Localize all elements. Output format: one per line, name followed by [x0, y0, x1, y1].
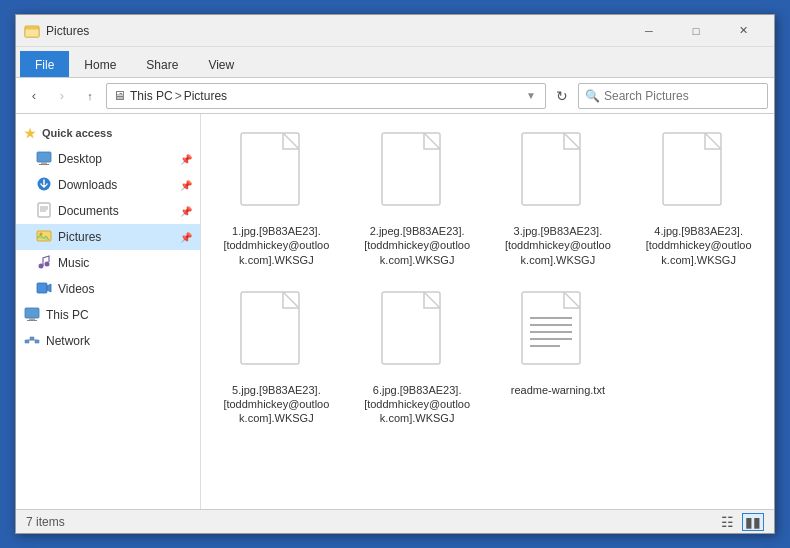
file-item[interactable]: 5.jpg.[9B83AE23].[toddmhickey@outlook.co… — [211, 283, 342, 432]
svg-rect-20 — [35, 340, 39, 343]
documents-icon — [36, 202, 52, 221]
file-icon — [236, 289, 316, 379]
videos-icon — [36, 280, 52, 299]
music-icon — [36, 254, 52, 273]
path-pictures[interactable]: Pictures — [184, 89, 227, 103]
view-controls: ☷ ▮▮ — [716, 513, 764, 531]
maximize-button[interactable]: □ — [673, 15, 719, 47]
close-button[interactable]: ✕ — [720, 15, 766, 47]
svg-rect-29 — [382, 292, 440, 364]
content-area: 1.jpg.[9B83AE23].[toddmhickey@outlook.co… — [201, 114, 774, 509]
file-name: 2.jpeg.[9B83AE23].[toddmhickey@outlook.c… — [362, 224, 472, 267]
address-path[interactable]: 🖥 This PC > Pictures ▼ — [106, 83, 546, 109]
tab-file[interactable]: File — [20, 51, 69, 77]
tab-view[interactable]: View — [193, 51, 249, 77]
computer-icon — [24, 306, 40, 325]
file-name: 4.jpg.[9B83AE23].[toddmhickey@outlook.co… — [644, 224, 754, 267]
file-name: 5.jpg.[9B83AE23].[toddmhickey@outlook.co… — [221, 383, 331, 426]
main-area: ★ Quick access Desktop 📌 Downloads 📌 — [16, 114, 774, 509]
pin-icon-3: 📌 — [180, 206, 192, 217]
svg-rect-4 — [39, 164, 49, 165]
file-icon — [518, 289, 598, 379]
svg-rect-15 — [25, 308, 39, 318]
sidebar-item-network[interactable]: Network — [16, 328, 200, 354]
minimize-button[interactable]: ─ — [626, 15, 672, 47]
svg-rect-17 — [27, 320, 37, 321]
item-count: 7 items — [26, 515, 65, 529]
sidebar: ★ Quick access Desktop 📌 Downloads 📌 — [16, 114, 201, 509]
up-button[interactable]: ↑ — [78, 84, 102, 108]
file-name: 6.jpg.[9B83AE23].[toddmhickey@outlook.co… — [362, 383, 472, 426]
window-controls: ─ □ ✕ — [626, 15, 766, 47]
svg-rect-26 — [522, 133, 580, 205]
sidebar-item-this-pc[interactable]: This PC — [16, 302, 200, 328]
svg-rect-27 — [663, 133, 721, 205]
sidebar-item-music[interactable]: Music — [16, 250, 200, 276]
svg-rect-6 — [38, 203, 50, 217]
tab-home[interactable]: Home — [69, 51, 131, 77]
path-dropdown-icon[interactable]: ▼ — [523, 83, 539, 109]
svg-rect-28 — [241, 292, 299, 364]
status-bar: 7 items ☷ ▮▮ — [16, 509, 774, 533]
svg-rect-25 — [382, 133, 440, 205]
search-input[interactable] — [604, 89, 761, 103]
search-icon: 🔍 — [585, 89, 600, 103]
file-item[interactable]: 6.jpg.[9B83AE23].[toddmhickey@outlook.co… — [352, 283, 483, 432]
svg-rect-3 — [41, 162, 47, 164]
file-item[interactable]: 3.jpg.[9B83AE23].[toddmhickey@outlook.co… — [493, 124, 624, 273]
window-title: Pictures — [46, 24, 626, 38]
file-icon — [377, 130, 457, 220]
svg-rect-24 — [241, 133, 299, 205]
ribbon-tabs: File Home Share View — [16, 47, 774, 77]
back-button[interactable]: ‹ — [22, 84, 46, 108]
sidebar-item-downloads[interactable]: Downloads 📌 — [16, 172, 200, 198]
tab-share[interactable]: Share — [131, 51, 193, 77]
pin-icon: 📌 — [180, 154, 192, 165]
sidebar-item-pictures[interactable]: Pictures 📌 — [16, 224, 200, 250]
file-item[interactable]: readme-warning.txt — [493, 283, 624, 432]
sidebar-section-quick-access: ★ Quick access — [16, 120, 200, 146]
file-item[interactable]: 4.jpg.[9B83AE23].[toddmhickey@outlook.co… — [633, 124, 764, 273]
window-icon — [24, 23, 40, 39]
desktop-icon — [36, 150, 52, 169]
file-icon — [377, 289, 457, 379]
file-item[interactable]: 2.jpeg.[9B83AE23].[toddmhickey@outlook.c… — [352, 124, 483, 273]
search-box[interactable]: 🔍 — [578, 83, 768, 109]
file-item[interactable]: 1.jpg.[9B83AE23].[toddmhickey@outlook.co… — [211, 124, 342, 273]
svg-rect-2 — [37, 152, 51, 162]
sidebar-item-documents[interactable]: Documents 📌 — [16, 198, 200, 224]
svg-rect-18 — [25, 340, 29, 343]
file-icon — [659, 130, 739, 220]
pin-icon-4: 📌 — [180, 232, 192, 243]
svg-rect-14 — [37, 283, 47, 293]
title-bar: Pictures ─ □ ✕ — [16, 15, 774, 47]
network-icon — [24, 332, 40, 351]
file-name: readme-warning.txt — [511, 383, 605, 397]
sidebar-item-desktop[interactable]: Desktop 📌 — [16, 146, 200, 172]
star-icon: ★ — [24, 126, 36, 141]
address-bar: ‹ › ↑ 🖥 This PC > Pictures ▼ ↻ 🔍 — [16, 78, 774, 114]
file-name: 1.jpg.[9B83AE23].[toddmhickey@outlook.co… — [221, 224, 331, 267]
file-name: 3.jpg.[9B83AE23].[toddmhickey@outlook.co… — [503, 224, 613, 267]
grid-view-button[interactable]: ▮▮ — [742, 513, 764, 531]
refresh-button[interactable]: ↻ — [550, 84, 574, 108]
forward-button[interactable]: › — [50, 84, 74, 108]
file-icon — [518, 130, 598, 220]
svg-rect-16 — [29, 318, 35, 320]
svg-point-11 — [40, 232, 43, 235]
sidebar-item-videos[interactable]: Videos — [16, 276, 200, 302]
svg-rect-30 — [522, 292, 580, 364]
pin-icon-2: 📌 — [180, 180, 192, 191]
file-icon — [236, 130, 316, 220]
explorer-window: Pictures ─ □ ✕ File Home Share View ‹ › … — [15, 14, 775, 534]
downloads-icon — [36, 176, 52, 195]
pictures-icon — [36, 228, 52, 247]
list-view-button[interactable]: ☷ — [716, 513, 738, 531]
svg-point-13 — [45, 261, 50, 266]
ribbon: File Home Share View — [16, 47, 774, 78]
path-this-pc[interactable]: This PC — [130, 89, 173, 103]
svg-rect-1 — [25, 28, 39, 37]
